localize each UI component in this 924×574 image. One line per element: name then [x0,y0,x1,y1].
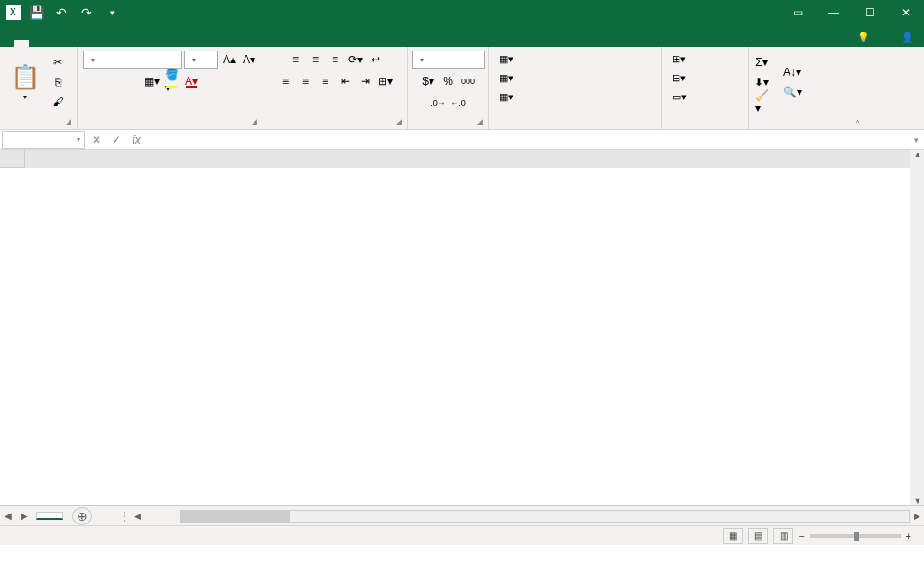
format-cells-button[interactable]: ▭ ▾ [668,88,691,106]
save-button[interactable]: 💾 [25,2,47,23]
app-icon [5,5,22,21]
cancel-formula-button[interactable]: ✕ [87,131,106,149]
tab-view[interactable] [101,40,116,47]
sign-in-button[interactable] [880,28,894,47]
enter-formula-button[interactable]: ✓ [106,131,126,149]
maximize-button[interactable]: ☐ [852,0,888,25]
expand-formula-bar[interactable]: ▾ [908,135,924,144]
wrap-text-button[interactable]: ↩ [366,51,384,69]
fill-color-button[interactable]: 🪣▾ [162,72,180,90]
undo-button[interactable]: ↶ [51,2,72,23]
percent-button[interactable]: % [439,72,457,90]
align-middle-button[interactable]: ≡ [307,51,325,69]
bold-button[interactable] [83,72,101,90]
close-button[interactable]: ✕ [888,0,924,25]
tab-data[interactable] [72,40,87,47]
scroll-up-button[interactable]: ▲ [910,150,924,159]
cut-button[interactable]: ✂ [49,53,67,71]
autosum-button[interactable]: Σ▾ [753,53,771,71]
underline-button[interactable] [123,72,141,90]
fx-button[interactable]: fx [126,131,146,149]
help-button[interactable]: 💡 [850,28,880,47]
increase-decimal-button[interactable]: .0→ [430,94,448,112]
sheet-nav-next[interactable]: ▶ [16,507,32,525]
delete-cells-button[interactable]: ⊟ ▾ [668,69,690,87]
insert-cells-button[interactable]: ⊞ ▾ [668,51,690,68]
zoom-out-button[interactable]: − [799,531,804,542]
font-color-button[interactable]: A▾ [182,72,200,90]
number-format-combo[interactable]: ▾ [412,51,485,69]
decrease-font-button[interactable]: A▾ [240,51,258,69]
align-left-button[interactable]: ≡ [277,72,295,90]
sheet-tab[interactable] [36,512,63,520]
border-button[interactable]: ▦▾ [143,72,161,90]
minimize-button[interactable]: — [816,0,852,25]
worksheet[interactable]: ▲ ▼ [0,150,924,505]
title-bar: 💾 ↶ ↷ ▾ ▭ — ☐ ✕ [0,0,924,25]
conditional-format-button[interactable]: ▦ ▾ [494,51,518,68]
orientation-button[interactable]: ⟳▾ [346,51,365,69]
tab-formulas[interactable] [58,40,72,47]
clipboard-launcher[interactable]: ◢ [65,117,71,126]
paste-button[interactable]: 📋 ▾ [4,52,47,112]
hscroll-right[interactable]: ▶ [910,512,924,521]
italic-button[interactable] [103,72,121,90]
sheet-nav-prev[interactable]: ◀ [0,507,16,525]
zoom-in-button[interactable]: + [906,531,911,542]
font-launcher[interactable]: ◢ [251,117,257,126]
comma-button[interactable]: 000 [459,72,477,90]
format-painter-button[interactable]: 🖌 [49,93,67,111]
align-center-button[interactable]: ≡ [297,72,315,90]
increase-indent-button[interactable]: ⇥ [356,72,374,90]
tab-file[interactable] [0,40,14,47]
share-button[interactable]: 👤 [894,28,924,47]
select-all-corner[interactable] [0,150,25,168]
scroll-down-button[interactable]: ▼ [910,496,924,505]
ribbon-options-button[interactable]: ▭ [780,0,816,25]
decrease-indent-button[interactable]: ⇤ [337,72,355,90]
horizontal-scrollbar[interactable] [180,510,910,523]
tab-powerpivot[interactable] [144,40,159,47]
align-launcher[interactable]: ◢ [395,117,402,126]
align-bottom-button[interactable]: ≡ [327,51,345,69]
tab-insert[interactable] [29,40,43,47]
ribbon-tabs: 💡 👤 [0,25,924,47]
column-headers [0,150,910,168]
fill-button[interactable]: ⬇▾ [753,73,771,91]
copy-button[interactable]: ⎘ [49,73,67,91]
format-table-button[interactable]: ▦ ▾ [494,69,518,87]
sort-filter-button[interactable]: A↓▾ [778,63,807,81]
clear-button[interactable]: 🧹▾ [753,93,771,111]
increase-font-button[interactable]: A▴ [220,51,238,69]
ribbon: 📋 ▾ ✂ ⎘ 🖌 ◢ ▾ ▾ A▴ A▾ ▦▾ [0,47,924,130]
font-size-combo[interactable]: ▾ [184,51,218,69]
tab-page-layout[interactable] [43,40,58,47]
decrease-decimal-button[interactable]: ←.0 [449,94,467,112]
tab-developer[interactable] [116,40,130,47]
find-button[interactable]: 🔍▾ [778,83,807,101]
tab-team[interactable] [159,40,173,47]
normal-view-button[interactable]: ▦ [723,528,743,544]
qat-customize[interactable]: ▾ [101,2,123,23]
name-box[interactable]: ▾ [2,131,85,149]
number-launcher[interactable]: ◢ [476,117,483,126]
zoom-slider[interactable] [810,534,901,538]
vertical-scrollbar[interactable]: ▲ ▼ [910,150,924,505]
redo-button[interactable]: ↷ [76,2,97,23]
formula-input[interactable] [146,131,908,149]
tab-addins[interactable] [130,40,144,47]
hscroll-left[interactable]: ◀ [130,512,144,521]
page-break-button[interactable]: ▥ [773,528,793,544]
cell-styles-button[interactable]: ▦ ▾ [494,88,518,106]
status-bar: ▦ ▤ ▥ − + [0,525,924,545]
currency-button[interactable]: $▾ [420,72,438,90]
add-sheet-button[interactable]: ⊕ [72,507,92,525]
font-name-combo[interactable]: ▾ [83,51,182,69]
merge-button[interactable]: ⊞▾ [376,72,394,90]
tab-review[interactable] [87,40,101,47]
page-layout-button[interactable]: ▤ [748,528,768,544]
tab-home[interactable] [14,40,29,47]
collapse-ribbon-button[interactable]: ˄ [848,47,866,129]
align-right-button[interactable]: ≡ [317,72,335,90]
align-top-button[interactable]: ≡ [287,51,305,69]
